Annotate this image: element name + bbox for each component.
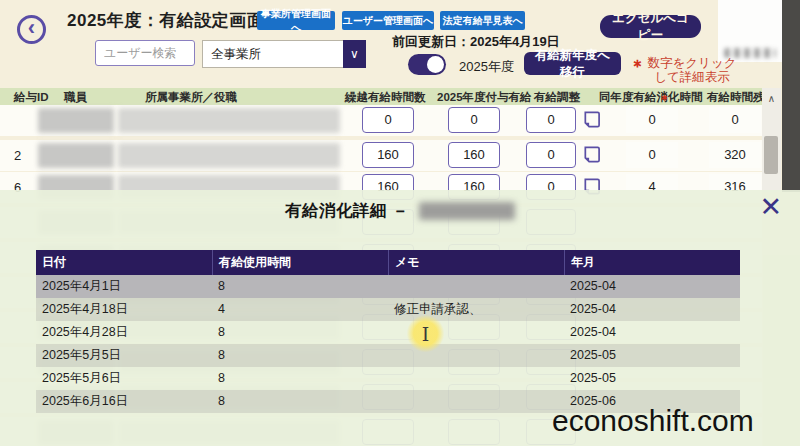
detail-hours: 8 xyxy=(212,344,388,367)
text-cursor: I xyxy=(407,315,444,352)
back-chevron-icon: ‹ xyxy=(28,17,35,39)
col-header-office-role: 所属事業所／役職 xyxy=(145,90,237,105)
detail-row[interactable]: 2025年4月18日 4 修正申請承認、 2025-04 xyxy=(36,298,740,321)
detail-hours: 8 xyxy=(212,390,388,413)
carryover-input[interactable]: 160 xyxy=(362,142,414,168)
col-header-granted: 2025年度付与有給 xyxy=(437,90,532,105)
detail-hours: 8 xyxy=(212,321,388,344)
detail-memo xyxy=(388,390,564,413)
col-header-carryover: 繰越有給時間数 xyxy=(345,90,426,105)
modal-titlebar: 有給消化詳細 － xyxy=(0,200,800,222)
col-header-memo: メモ xyxy=(388,250,564,275)
granted-input[interactable]: 160 xyxy=(448,142,500,168)
close-icon[interactable]: ✕ xyxy=(755,190,786,224)
note-icon[interactable] xyxy=(582,145,601,164)
migrate-new-year-button[interactable]: 有給新年度へ移行 xyxy=(524,52,621,75)
app-screen: ‹ 2025年度：有給設定画面 事業所管理画面へ ユーザー管理画面へ 法定有給早… xyxy=(0,0,800,446)
payroll-id: 2 xyxy=(14,140,21,171)
blurred-office-role xyxy=(118,143,340,168)
scrollbar-thumb[interactable] xyxy=(764,136,778,174)
modal-title: 有給消化詳細 － xyxy=(285,200,409,222)
table-row: 0 0 0 0 0 xyxy=(0,105,762,136)
note-icon[interactable] xyxy=(582,110,601,129)
col-header-used: 同年度有給消化時間 xyxy=(599,90,703,105)
detail-month: 2025-04 xyxy=(564,321,740,344)
detail-memo xyxy=(388,275,564,298)
remaining-hours-value[interactable]: 0 xyxy=(709,107,761,133)
vertical-scrollbar[interactable]: ∧ xyxy=(762,88,781,192)
detail-month: 2025-04 xyxy=(564,298,740,321)
detail-row[interactable]: 2025年4月1日 8 2025-04 xyxy=(36,275,740,298)
detail-row[interactable]: 2025年5月6日 8 2025-05 xyxy=(36,367,740,390)
col-header-remaining: 有給時間残 xyxy=(707,90,765,105)
detail-hours: 4 xyxy=(212,298,388,321)
toggle-knob xyxy=(427,56,444,73)
carryover-input[interactable]: 0 xyxy=(362,107,414,133)
detail-date: 2025年4月28日 xyxy=(36,321,212,344)
chevron-down-icon: ∨ xyxy=(343,40,366,68)
year-toggle[interactable] xyxy=(408,54,446,75)
leave-detail-table: 日付 有給使用時間 メモ 年月 2025年4月1日 8 2025-04 2025… xyxy=(36,250,740,413)
used-hours-value[interactable]: 0 xyxy=(626,107,678,133)
detail-month: 2025-05 xyxy=(564,367,740,390)
detail-date: 2025年4月1日 xyxy=(36,275,212,298)
back-button[interactable]: ‹ xyxy=(17,15,46,44)
granted-input[interactable]: 0 xyxy=(448,107,500,133)
detail-table-body: 2025年4月1日 8 2025-04 2025年4月18日 4 修正申請承認、… xyxy=(36,275,740,413)
col-header-month: 年月 xyxy=(564,250,740,275)
ibeam-cursor-icon: I xyxy=(422,323,430,345)
statutory-leave-chart-button[interactable]: 法定有給早見表へ xyxy=(440,11,525,30)
office-admin-button[interactable]: 事業所管理画面へ xyxy=(257,11,335,30)
blurred-employee-name xyxy=(419,202,515,220)
adjustment-input[interactable]: 0 xyxy=(526,142,576,168)
col-header-hours: 有給使用時間 xyxy=(212,250,388,275)
detail-month: 2025-04 xyxy=(564,275,740,298)
watermark: econoshift.com xyxy=(552,404,754,438)
used-hours-value[interactable]: 0 xyxy=(626,142,678,168)
right-edge-strip xyxy=(782,0,800,192)
col-header-adjustment: 有給調整 xyxy=(534,90,580,105)
detail-table-header: 日付 有給使用時間 メモ 年月 xyxy=(36,250,740,275)
office-filter-dropdown[interactable]: 全事業所 ∨ xyxy=(202,40,366,68)
detail-hours: 8 xyxy=(212,275,388,298)
year-toggle-label: 2025年度 xyxy=(459,58,514,76)
table-row: 2 160 160 0 0 320 xyxy=(0,140,762,171)
click-number-note: 数字をクリックして詳細表示 xyxy=(646,56,738,84)
detail-row[interactable]: 2025年4月28日 8 2025-04 xyxy=(36,321,740,344)
page-title: 2025年度：有給設定画面 xyxy=(67,9,264,32)
blurred-office-role xyxy=(118,108,340,133)
detail-date: 2025年4月18日 xyxy=(36,298,212,321)
detail-row[interactable]: 2025年5月5日 8 2025-05 xyxy=(36,344,740,367)
user-admin-button[interactable]: ユーザー管理画面へ xyxy=(342,11,434,30)
col-header-employee: 職員 xyxy=(64,90,87,105)
adjustment-input[interactable]: 0 xyxy=(526,107,576,133)
col-header-payroll-id: 給与ID xyxy=(14,90,49,105)
detail-memo xyxy=(388,367,564,390)
remaining-hours-value[interactable]: 320 xyxy=(709,142,761,168)
copy-to-excel-button[interactable]: エクセルへコピー xyxy=(600,15,701,38)
blurred-employee-name xyxy=(38,143,114,168)
corner-overlay-box xyxy=(718,0,782,62)
user-search-input[interactable] xyxy=(95,40,195,66)
detail-month: 2025-05 xyxy=(564,344,740,367)
office-filter-value: 全事業所 xyxy=(203,46,343,63)
scroll-up-icon[interactable]: ∧ xyxy=(762,88,781,108)
detail-date: 2025年5月6日 xyxy=(36,367,212,390)
detail-hours: 8 xyxy=(212,367,388,390)
detail-date: 2025年5月5日 xyxy=(36,344,212,367)
col-header-date: 日付 xyxy=(36,250,212,275)
blurred-employee-name xyxy=(38,108,114,133)
detail-date: 2025年6月16日 xyxy=(36,390,212,413)
asterisk-icon: ＊ xyxy=(629,55,646,78)
